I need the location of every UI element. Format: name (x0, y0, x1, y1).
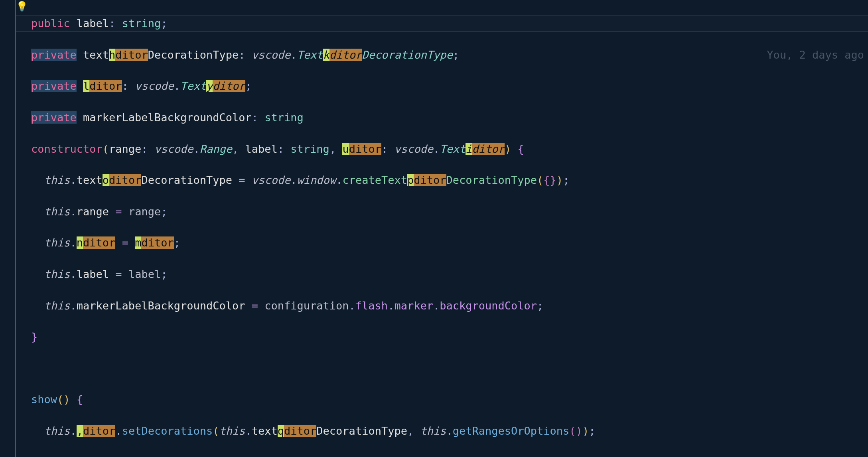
jump-marker-y[interactable]: yditor (206, 80, 245, 92)
jump-marker-u[interactable]: uditor (342, 143, 381, 155)
code-line[interactable]: constructor(range: vscode.Range, label: … (31, 141, 868, 157)
jump-marker-l[interactable]: lditor (83, 80, 122, 92)
code-line[interactable]: public label: string; (31, 16, 868, 31)
ident-label: label (77, 17, 109, 30)
code-line[interactable] (31, 360, 868, 376)
lightbulb-icon[interactable]: 💡 (16, 1, 28, 12)
type-string: string (122, 17, 161, 30)
jump-marker-k[interactable]: kditor (323, 49, 362, 61)
code-line[interactable]: private lditor: vscode.Textyditor; (31, 78, 868, 94)
code-line[interactable]: private markerLabelBackgroundColor: stri… (31, 110, 868, 125)
code-line[interactable]: this.nditor = mditor; (31, 235, 868, 250)
keyword-constructor: constructor (31, 143, 103, 155)
code-line[interactable]: this.range = range; (31, 204, 868, 219)
jump-marker-i[interactable]: iditor (466, 143, 505, 155)
code-line[interactable]: this.,ditor.setDecorations(this.textqdit… (31, 423, 868, 439)
method-show: show (31, 393, 57, 406)
jump-marker-m[interactable]: mditor (135, 236, 174, 249)
jump-marker-comma[interactable]: ,ditor (77, 425, 116, 437)
keyword-private: private (31, 49, 77, 61)
editor-gutter (0, 0, 16, 457)
code-editor[interactable]: 💡 public label: string; private texthdit… (0, 0, 868, 457)
code-line[interactable]: } (31, 455, 868, 457)
code-line[interactable]: this.textoditorDecorationType = vscode.w… (31, 172, 868, 188)
code-line[interactable]: private texthditorDecorationType: vscode… (31, 47, 868, 63)
keyword-private: private (31, 111, 77, 124)
jump-marker-n[interactable]: nditor (77, 236, 116, 249)
git-blame-annotation: You, 2 days ago (767, 47, 864, 63)
jump-marker-h[interactable]: hditor (109, 49, 148, 61)
jump-marker-o[interactable]: oditor (103, 174, 142, 186)
jump-marker-p[interactable]: pditor (407, 174, 446, 186)
keyword-public: public (31, 17, 70, 30)
code-line[interactable]: this.markerLabelBackgroundColor = config… (31, 298, 868, 313)
code-line[interactable]: } (31, 329, 868, 345)
code-line[interactable]: show() { (31, 392, 868, 407)
jump-marker-q[interactable]: qditor (278, 425, 317, 437)
code-content[interactable]: public label: string; private texthditor… (0, 0, 868, 457)
keyword-private: private (31, 80, 77, 92)
code-line[interactable]: this.label = label; (31, 266, 868, 282)
